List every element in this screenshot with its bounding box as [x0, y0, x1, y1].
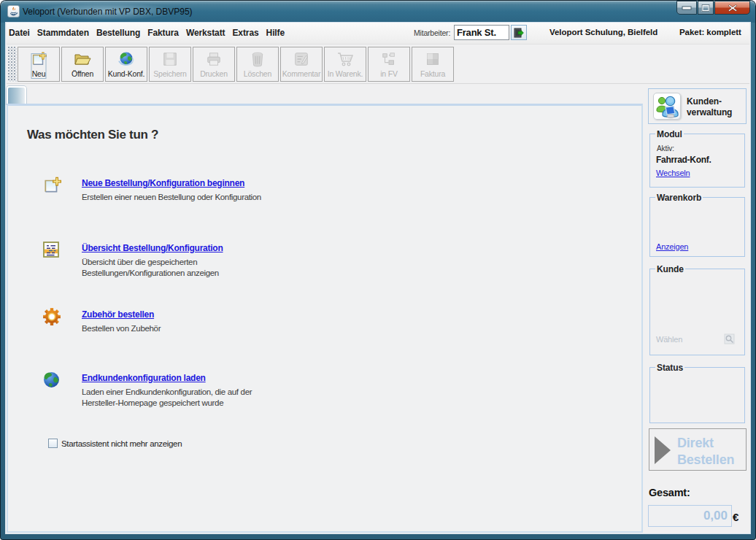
mitarbeiter-input[interactable]: Frank St. [454, 25, 509, 40]
globe-icon-svg [42, 371, 61, 389]
toolbar-fv-button[interactable]: in FV [368, 47, 410, 82]
gesamt-label: Gesamt: [649, 487, 690, 498]
start-tab[interactable] [7, 86, 26, 104]
menu-hilfe[interactable]: Hilfe [263, 23, 289, 44]
minimize-button[interactable] [676, 1, 697, 15]
globe-icon [42, 371, 61, 390]
maximize-icon [701, 4, 710, 12]
fv-transfer-icon [380, 50, 398, 68]
toolbar-grip[interactable] [8, 47, 17, 82]
mitarbeiter-label: Mitarbeiter: [414, 28, 450, 37]
menu-stammdaten[interactable]: Stammdaten [34, 23, 93, 44]
desc-line: Übersicht über die gespeicherten [82, 257, 490, 268]
order-list-icon [42, 241, 61, 260]
direkt-bestellen-button[interactable]: Direkt Bestellen [649, 428, 747, 471]
toolbar-drucken-button[interactable]: Drucken [193, 47, 235, 82]
aktiv-value: Fahrrad-Konf. [656, 155, 711, 165]
wizard-item-endkunden: Endkundenkonfiguration laden Laden einer… [42, 371, 490, 409]
page-title: Was möchten Sie tun ? [27, 128, 158, 142]
desc-line: Bestellen von Zubehör [82, 323, 490, 334]
open-folder-icon [74, 50, 91, 68]
menu-items: Datei Stammdaten Bestellung Faktura Werk… [5, 23, 288, 44]
currency-label: € [733, 511, 738, 523]
users-icon-svg [654, 93, 680, 119]
gear-icon [42, 307, 61, 326]
menu-datei[interactable]: Datei [5, 23, 34, 44]
wizard-item-uebersicht: Übersicht Bestellung/Konfiguration Übers… [42, 241, 490, 279]
toolbar-neu-button[interactable]: Neu [18, 47, 60, 82]
toolbar-warenkorb-button[interactable]: In Warenk. [324, 47, 366, 82]
desc-line: Bestellungen/Konfigurationen anzeigen [82, 268, 490, 279]
desc-zubehoer: Bestellen von Zubehör [82, 323, 490, 334]
warenkorb-groupbox: Warenkorb Anzeigen [649, 197, 745, 257]
globe-icon [117, 50, 135, 68]
desc-uebersicht: Übersicht über die gespeicherten Bestell… [82, 257, 490, 279]
toolbar-kundkonf-button[interactable]: Kund-Konf. [105, 47, 147, 82]
trash-icon-svg [250, 51, 265, 67]
new-document-icon-svg [42, 176, 61, 195]
close-icon [728, 4, 737, 12]
login-icon [514, 28, 524, 38]
link-endkunden[interactable]: Endkundenkonfiguration laden [82, 373, 206, 383]
modul-groupbox: Modul Aktiv: Fahrrad-Konf. Wechseln [649, 134, 745, 188]
close-button[interactable] [714, 1, 750, 15]
comment-icon [293, 50, 310, 68]
print-icon-svg [206, 51, 222, 67]
order-list-icon-svg [42, 241, 60, 258]
waehlen-link-disabled[interactable]: Wählen [656, 335, 682, 344]
kunde-title: Kunde [655, 264, 685, 274]
globe-icon-svg [117, 50, 135, 68]
startassistent-checkbox[interactable] [48, 439, 58, 448]
cart-icon-svg [336, 50, 354, 68]
application-window: Veloport (Verbunden mit VP DBX, DBVP95) … [0, 0, 756, 540]
save-icon [161, 50, 179, 68]
status-groupbox: Status [649, 367, 745, 423]
minimize-icon [682, 5, 692, 11]
link-uebersicht[interactable]: Übersicht Bestellung/Konfiguration [82, 243, 223, 253]
window-title: Veloport (Verbunden mit VP DBX, DBVP95) [23, 7, 193, 17]
gear-icon-svg [42, 307, 61, 326]
wechseln-link[interactable]: Wechseln [656, 169, 690, 177]
menu-extras[interactable]: Extras [228, 23, 262, 44]
direkt-line2: Bestellen [677, 452, 734, 468]
mitarbeiter-login-button[interactable] [511, 25, 527, 40]
cart-icon [336, 50, 354, 68]
paket-label: Paket: komplett [679, 28, 741, 36]
kunde-groupbox: Kunde Wählen [649, 269, 745, 355]
maximize-button[interactable] [698, 1, 714, 15]
aktiv-label: Aktiv: [657, 144, 674, 153]
open-folder-icon-svg [74, 50, 91, 68]
invoice-icon-svg [425, 52, 440, 66]
toolbar-faktura-button[interactable]: Faktura [412, 47, 454, 82]
print-icon [205, 50, 223, 68]
menu-werkstatt[interactable]: Werkstatt [182, 23, 229, 44]
company-label: Veloport Schulung, Bielfeld [549, 28, 657, 36]
toolbar-kommentar-button[interactable]: Kommentar [280, 47, 323, 82]
direkt-line1: Direkt [677, 435, 734, 452]
status-title: Status [655, 363, 684, 373]
gesamt-field[interactable]: 0,00 [648, 505, 732, 527]
toolbar-loeschen-button[interactable]: Löschen [236, 47, 279, 82]
magnifier-icon-svg [724, 333, 735, 344]
comment-icon-svg [293, 51, 309, 67]
link-neue-bestellung[interactable]: Neue Bestellung/Konfiguration beginnen [82, 178, 244, 188]
kundenverwaltung-button[interactable]: Kunden- verwaltung [648, 88, 747, 124]
kundenverwaltung-line2: verwaltung [687, 107, 732, 118]
menu-bestellung[interactable]: Bestellung [93, 23, 144, 44]
link-zubehoer[interactable]: Zubehör bestellen [82, 309, 154, 320]
fv-transfer-icon-svg [381, 51, 397, 67]
warenkorb-title: Warenkorb [655, 193, 703, 203]
trash-icon [249, 50, 266, 68]
kundenverwaltung-label: Kunden- verwaltung [687, 96, 732, 117]
anzeigen-link[interactable]: Anzeigen [656, 242, 688, 251]
magnifier-icon [724, 333, 735, 344]
desc-neue-bestellung: Erstellen einer neuen Bestellung oder Ko… [82, 192, 490, 203]
startassistent-checkbox-row: Startassistent nicht mehr anzeigen [48, 439, 182, 448]
desc-line: Hersteller-Homepage gespeichert wurde [82, 398, 490, 409]
toolbar-oeffnen-button[interactable]: Öffnen [61, 47, 104, 82]
modul-title: Modul [655, 129, 684, 139]
toolbar-speichern-button[interactable]: Speichern [149, 47, 191, 82]
invoice-icon [424, 50, 441, 68]
desc-endkunden: Laden einer Endkundenkonfiguration, die … [82, 387, 490, 409]
menu-faktura[interactable]: Faktura [144, 23, 182, 44]
